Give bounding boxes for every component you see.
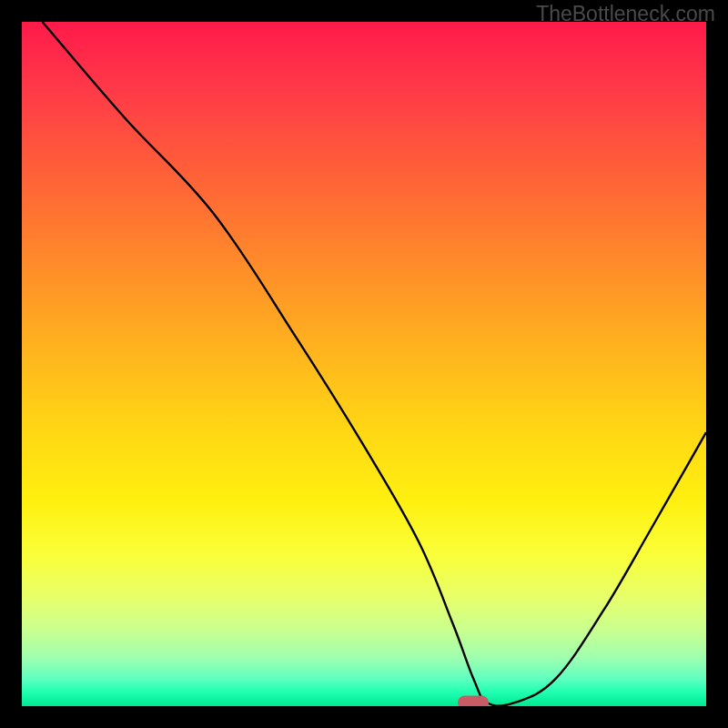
chart-marker xyxy=(458,696,489,706)
chart-line-series xyxy=(22,22,706,706)
chart-plot-area xyxy=(22,22,706,706)
watermark-text: TheBottleneck.com xyxy=(536,2,715,26)
